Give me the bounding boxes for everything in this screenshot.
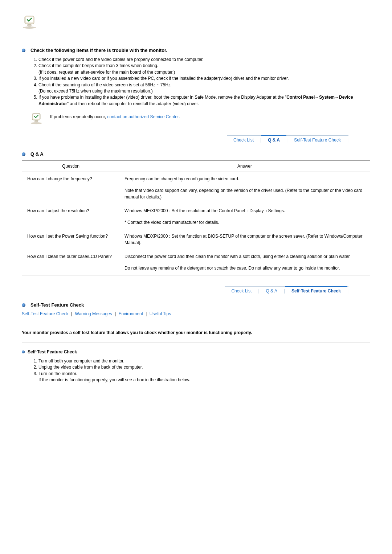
table-row: How can I set the Power Saving function?… [22, 229, 370, 250]
table-row: How can I adjust the resolution? Windows… [22, 204, 370, 229]
tab-bar-qa: Check List | Q & A | Self-Test Feature C… [22, 135, 348, 144]
svg-rect-7 [35, 120, 38, 122]
list-item: Check if the power cord and the video ca… [38, 57, 370, 63]
tab-qa[interactable]: Q & A [260, 286, 284, 295]
divider [22, 342, 370, 343]
note-suffix: . [179, 114, 180, 119]
list-item: Turn off both your computer and the moni… [38, 358, 370, 364]
tab-separator: | [347, 288, 348, 294]
bullet-icon [22, 49, 25, 52]
crumb-tips[interactable]: Useful Tips [150, 311, 171, 316]
svg-point-0 [23, 26, 36, 29]
list-item: Check if the scanning ratio of the video… [38, 82, 370, 95]
list-item-text: Turn off both your computer and the moni… [38, 358, 124, 364]
monitor-check-icon [30, 112, 43, 124]
crumb-selftest[interactable]: Self-Test Feature Check [22, 311, 69, 316]
qa-table: Question Answer How can I change the fre… [22, 160, 370, 275]
list-item: If you have problems in installing the a… [38, 94, 370, 107]
answer-cell: Frequency can be changed by reconfigurin… [119, 172, 370, 204]
answer-block: Windows ME/XP/2000 : Set the function at… [124, 233, 365, 246]
answer-block: Frequency can be changed by reconfigurin… [124, 176, 365, 182]
crumb-separator: | [115, 311, 116, 316]
selftest-sub-title: Self-Test Feature Check [28, 349, 77, 354]
section-check-items-header: Check the following items if there is tr… [22, 48, 370, 53]
tab-checklist[interactable]: Check List [225, 286, 258, 295]
list-item-text: Check if the scanning ratio of the video… [38, 82, 172, 94]
answer-block: Note that video card support can vary, d… [124, 187, 365, 200]
tab-separator: | [347, 138, 348, 143]
tab-bar-selftest: Check List | Q & A | Self-Test Feature C… [22, 286, 348, 295]
check-items-list: Check if the power cord and the video ca… [22, 57, 370, 107]
tab-qa[interactable]: Q & A [261, 135, 286, 144]
list-item: If you installed a new video card or if … [38, 75, 370, 82]
question-cell: How can I set the Power Saving function? [22, 229, 120, 250]
tab-checklist[interactable]: Check List [227, 135, 260, 144]
bullet-icon [22, 303, 25, 307]
answer-block: * Contact the video card manufacturer fo… [124, 219, 365, 226]
section-selftest-title: Self-Test Feature Check [30, 302, 84, 308]
section-selftest-header: Self-Test Feature Check [22, 302, 370, 308]
selftest-intro: Your monitor provides a self test featur… [22, 330, 370, 336]
question-cell: How can I change the frequency? [22, 172, 120, 204]
crumb-separator: | [146, 311, 147, 316]
list-item-text: Turn on the monitor. If the monitor is f… [38, 371, 190, 382]
list-item: Turn on the monitor. If the monitor is f… [38, 371, 370, 383]
divider [22, 323, 370, 323]
selftest-sub-header: Self-Test Feature Check [22, 349, 370, 354]
tab-selftest[interactable]: Self-Test Feature Check [287, 135, 347, 144]
bullet-icon [22, 350, 25, 353]
question-cell: How can I clean the outer case/LCD Panel… [22, 250, 120, 275]
list-item-text: If you installed a new video card or if … [38, 76, 289, 81]
answer-block: Disconnect the power cord and then clean… [124, 253, 365, 260]
list-item-text: Check if the power cord and the video ca… [38, 57, 204, 62]
table-header-row: Question Answer [22, 161, 370, 172]
section-check-items-title: Check the following items if there is tr… [30, 48, 167, 53]
answer-cell: Windows ME/XP/2000 : Set the function at… [119, 229, 370, 250]
answer-block: Do not leave any remains of the detergen… [124, 265, 365, 271]
col-answer: Answer [119, 161, 370, 172]
note-prefix: If problems repeatedly occur, [50, 114, 107, 119]
bullet-icon [22, 152, 25, 156]
answer-block: Windows ME/XP/2000 : Set the resolution … [124, 208, 365, 214]
svg-rect-3 [28, 24, 31, 26]
table-row: How can I change the frequency? Frequenc… [22, 172, 370, 204]
col-question: Question [22, 161, 120, 172]
answer-cell: Windows ME/XP/2000 : Set the resolution … [119, 204, 370, 229]
crumb-environment[interactable]: Environment [119, 311, 143, 316]
table-row: How can I clean the outer case/LCD Panel… [22, 250, 370, 275]
selftest-steps-list: Turn off both your computer and the moni… [22, 358, 370, 383]
list-item-text: Check if the computer beeps more than 3 … [38, 63, 175, 74]
contact-service-link[interactable]: contact an authorized Service Center [107, 114, 179, 119]
section-qa-header: Q & A [22, 151, 370, 157]
answer-cell: Disconnect the power cord and then clean… [119, 250, 370, 275]
crumb-warning[interactable]: Warning Messages [75, 311, 112, 316]
divider [22, 40, 370, 40]
list-item-text: Unplug the video cable from the back of … [38, 365, 143, 370]
note-text: If problems repeatedly occur, contact an… [50, 112, 180, 119]
svg-point-4 [31, 122, 42, 124]
list-item: Check if the computer beeps more than 3 … [38, 63, 370, 75]
list-item: Unplug the video cable from the back of … [38, 364, 370, 370]
section-qa-title: Q & A [30, 151, 44, 157]
selftest-crumbs: Self-Test Feature Check | Warning Messag… [22, 311, 370, 316]
crumb-separator: | [71, 311, 72, 316]
note-row: If problems repeatedly occur, contact an… [22, 112, 370, 124]
tab-selftest[interactable]: Self-Test Feature Check [285, 286, 347, 295]
question-cell: How can I adjust the resolution? [22, 204, 120, 229]
monitor-check-icon [22, 15, 370, 29]
